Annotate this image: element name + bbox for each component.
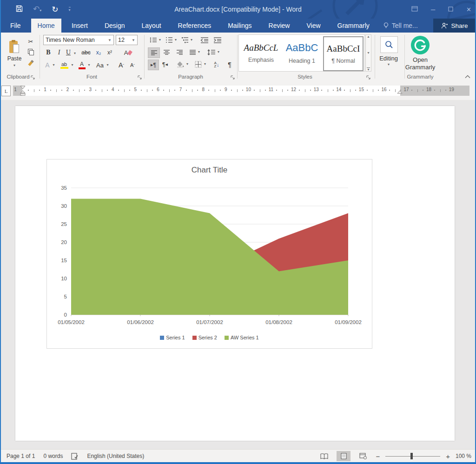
align-center-button[interactable] xyxy=(161,47,172,57)
word-count[interactable]: 0 words xyxy=(43,453,63,459)
highlight-color-button[interactable]: ab xyxy=(59,60,70,71)
scroll-down-icon[interactable]: ▼ xyxy=(367,51,370,54)
editing-search-icon[interactable] xyxy=(380,36,398,53)
font-color-button[interactable]: A xyxy=(77,60,86,71)
style-emphasis[interactable]: AaBbCcL Emphasis xyxy=(241,36,281,69)
open-grammarly-line2[interactable]: Grammarly xyxy=(403,63,437,71)
tab-home[interactable]: Home xyxy=(31,19,61,33)
open-grammarly-line1[interactable]: Open xyxy=(403,56,437,63)
italic-button[interactable]: I xyxy=(55,48,63,57)
zoom-level[interactable]: 100 % xyxy=(456,453,471,459)
highlight-caret[interactable]: ▾ xyxy=(70,63,74,67)
bullet-list-caret[interactable]: ▾ xyxy=(159,38,161,42)
tell-me-box[interactable]: Tell me... xyxy=(376,19,418,33)
font-dialog-launcher-icon[interactable] xyxy=(138,75,142,80)
tab-mailings[interactable]: Mailings xyxy=(221,19,258,33)
collapse-ribbon-icon[interactable] xyxy=(465,75,470,79)
bold-button[interactable]: B xyxy=(44,48,53,57)
tab-file[interactable]: File xyxy=(4,19,27,33)
multilevel-list-icon[interactable] xyxy=(179,35,191,45)
shrink-font-button[interactable]: Aˆ xyxy=(128,60,137,70)
rtl-paragraph-button[interactable]: ¶◀ xyxy=(160,60,170,69)
line-spacing-icon[interactable] xyxy=(205,47,218,57)
bullet-list-icon[interactable] xyxy=(148,35,159,45)
format-painter-icon[interactable] xyxy=(26,59,35,67)
shading-bucket-icon[interactable] xyxy=(175,60,186,69)
borders-icon[interactable] xyxy=(192,60,204,69)
change-case-button[interactable]: Aa xyxy=(95,60,105,70)
numbered-list-caret[interactable]: ▾ xyxy=(175,38,177,42)
right-indent-marker[interactable] xyxy=(397,91,403,94)
tab-stop-selector[interactable]: L xyxy=(1,86,11,96)
numbered-list-icon[interactable] xyxy=(164,35,175,45)
hanging-indent-marker[interactable] xyxy=(20,91,26,96)
save-icon[interactable] xyxy=(16,5,23,13)
ltr-paragraph-button[interactable]: ▶¶ xyxy=(148,60,159,70)
paste-button[interactable]: Paste ▾ xyxy=(4,35,25,72)
editing-button-label[interactable]: Editing xyxy=(375,54,403,62)
font-name-combo[interactable]: Times New Roman▼ xyxy=(43,35,114,45)
justify-button[interactable] xyxy=(187,47,198,57)
read-mode-icon[interactable] xyxy=(317,451,331,461)
strikethrough-button[interactable]: abc xyxy=(80,48,92,57)
subscript-button[interactable]: x₂ xyxy=(94,48,103,57)
gallery-expand-icon[interactable]: ▼ xyxy=(367,67,370,71)
tab-review[interactable]: Review xyxy=(262,19,297,33)
zoom-slider-thumb[interactable] xyxy=(410,453,413,459)
decrease-indent-icon[interactable] xyxy=(199,35,210,45)
paragraph-dialog-launcher-icon[interactable] xyxy=(231,75,235,80)
style-normal[interactable]: AaBbCcI ¶ Normal xyxy=(323,36,364,71)
tab-references[interactable]: References xyxy=(172,19,218,33)
multilevel-list-caret[interactable]: ▾ xyxy=(191,38,192,42)
zoom-slider[interactable] xyxy=(385,456,440,457)
share-button[interactable]: Share xyxy=(433,19,476,33)
scroll-up-icon[interactable]: ▲ xyxy=(367,35,370,38)
page-count[interactable]: Page 1 of 1 xyxy=(7,453,35,459)
tab-layout[interactable]: Layout xyxy=(135,19,168,33)
cut-icon[interactable]: ✂ xyxy=(26,37,35,46)
text-effects-caret[interactable]: ▾ xyxy=(52,63,56,67)
align-right-button[interactable] xyxy=(174,47,185,57)
undo-button[interactable]: ↶▾ xyxy=(33,5,41,13)
borders-caret[interactable]: ▾ xyxy=(204,62,206,66)
font-color-caret[interactable]: ▾ xyxy=(87,63,91,67)
font-size-combo[interactable]: 12▼ xyxy=(116,35,138,45)
styles-dialog-launcher-icon[interactable] xyxy=(366,75,371,80)
tab-grammarly[interactable]: Grammarly xyxy=(331,19,376,33)
sort-icon[interactable]: AZ ↓ xyxy=(211,60,222,69)
minimize-icon[interactable]: ─ xyxy=(431,7,435,13)
line-spacing-caret[interactable]: ▾ xyxy=(218,50,219,54)
clipboard-dialog-launcher-icon[interactable] xyxy=(31,75,35,80)
zoom-in-button[interactable]: + xyxy=(446,452,450,460)
grow-font-button[interactable]: Aˆ xyxy=(117,60,126,70)
tab-insert[interactable]: Insert xyxy=(65,19,94,33)
redo-icon[interactable]: ↻ xyxy=(52,6,58,13)
horizontal-ruler[interactable]: 112345678910111213141516171819 xyxy=(13,86,469,96)
increase-indent-icon[interactable] xyxy=(212,35,223,45)
grammarly-logo-icon[interactable] xyxy=(410,35,430,55)
paste-dropdown-caret[interactable]: ▾ xyxy=(13,63,15,67)
customize-qat-icon[interactable]: ▾ xyxy=(69,7,71,12)
ribbon-display-options-icon[interactable] xyxy=(411,6,418,13)
underline-button[interactable]: U xyxy=(64,48,73,57)
print-layout-icon[interactable] xyxy=(337,451,350,461)
editing-caret[interactable]: ▾ xyxy=(386,62,391,66)
chart-object[interactable]: Chart Title 0510152025303501/05/200201/0… xyxy=(46,159,372,349)
clear-formatting-button[interactable]: A xyxy=(123,48,133,57)
align-left-button[interactable] xyxy=(148,47,160,58)
document-page[interactable]: Chart Title 0510152025303501/05/200201/0… xyxy=(15,106,455,441)
language-indicator[interactable]: English (United States) xyxy=(87,453,144,459)
copy-icon[interactable] xyxy=(26,47,35,56)
style-heading-1[interactable]: AaBbC Heading 1 xyxy=(282,36,322,69)
show-paragraph-marks-button[interactable]: ¶ xyxy=(225,60,234,69)
underline-caret[interactable]: ▾ xyxy=(73,50,77,56)
web-layout-icon[interactable] xyxy=(356,451,370,461)
styles-gallery-scrollbar[interactable]: ▲ ▼ ▼ xyxy=(365,34,371,72)
superscript-button[interactable]: x² xyxy=(105,48,114,57)
justify-caret[interactable]: ▾ xyxy=(198,50,200,54)
zoom-out-button[interactable]: − xyxy=(376,452,380,460)
maximize-icon[interactable] xyxy=(448,7,453,13)
first-line-indent-marker[interactable] xyxy=(20,86,26,89)
tab-view[interactable]: View xyxy=(300,19,327,33)
close-icon[interactable]: ✕ xyxy=(466,7,471,13)
